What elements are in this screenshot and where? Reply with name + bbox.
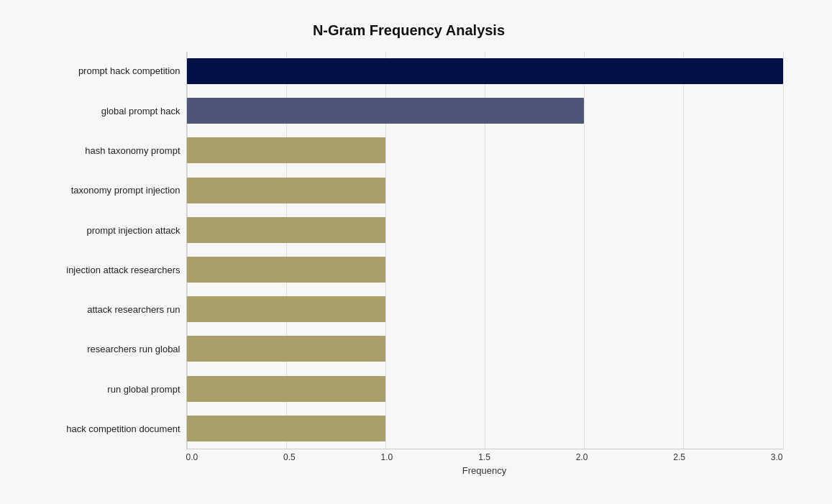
- x-tick: 2.0: [576, 452, 588, 462]
- grid-line: [783, 52, 784, 449]
- bar-row: [187, 291, 783, 327]
- x-tick: 2.5: [673, 452, 685, 462]
- bar-row: [187, 53, 783, 89]
- bar: [187, 137, 385, 163]
- x-tick: 1.0: [381, 452, 393, 462]
- bar: [187, 296, 385, 322]
- x-axis-ticks: 0.00.51.01.52.02.53.0: [186, 452, 783, 462]
- y-label: taxonomy prompt injection: [71, 172, 180, 209]
- plot-area: [186, 52, 783, 449]
- bar-row: [187, 93, 783, 129]
- bar: [187, 376, 385, 402]
- y-labels: prompt hack competitionglobal prompt hac…: [35, 52, 186, 449]
- bar: [187, 336, 385, 362]
- chart-area: prompt hack competitionglobal prompt hac…: [35, 52, 783, 449]
- bar: [187, 98, 585, 124]
- bar-row: [187, 212, 783, 248]
- bar: [187, 58, 783, 84]
- y-label: run global prompt: [107, 371, 180, 408]
- x-tick: 1.5: [478, 452, 490, 462]
- y-label: prompt injection attack: [86, 211, 180, 249]
- y-label: prompt hack competition: [78, 52, 180, 90]
- bar-row: [187, 173, 783, 209]
- x-axis-label: Frequency: [186, 465, 783, 476]
- bar: [187, 257, 385, 283]
- bar: [187, 416, 385, 441]
- chart-title: N-Gram Frequency Analysis: [35, 22, 783, 39]
- x-tick: 0.0: [186, 452, 198, 462]
- chart-container: N-Gram Frequency Analysis prompt hack co…: [21, 8, 812, 497]
- y-label: injection attack researchers: [66, 252, 180, 289]
- x-tick: 0.5: [283, 452, 296, 462]
- bar: [187, 178, 385, 203]
- bar-row: [187, 132, 783, 168]
- bar: [187, 217, 385, 243]
- y-label: researchers run global: [87, 331, 180, 368]
- y-label: attack researchers run: [87, 291, 180, 329]
- x-tick: 3.0: [771, 452, 783, 462]
- bar-row: [187, 252, 783, 288]
- bar-row: [187, 331, 783, 367]
- y-label: hack competition document: [66, 411, 180, 448]
- y-label: global prompt hack: [101, 92, 180, 129]
- y-label: hash taxonomy prompt: [85, 132, 180, 170]
- bar-row: [187, 411, 783, 446]
- bar-row: [187, 371, 783, 407]
